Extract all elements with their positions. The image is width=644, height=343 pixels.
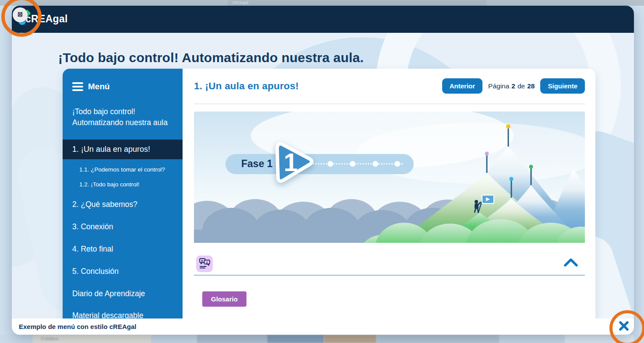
sidebar-item-3[interactable]: 3. Conexión: [63, 221, 183, 232]
background-page-top: cREAgal: [0, 0, 644, 6]
page-indicator: Página 2 de 28: [488, 82, 535, 90]
previous-button[interactable]: Anterior: [442, 78, 482, 94]
progress-dot: [350, 161, 355, 167]
background-blur-block: [267, 335, 324, 343]
page-title: ¡Todo bajo control! Automatizando nuestr…: [58, 50, 364, 65]
chevron-up-icon: [563, 263, 579, 270]
pagination: Anterior Página 2 de 28 Siguiente: [442, 78, 585, 94]
sidebar-item-material[interactable]: Material descargable: [63, 310, 183, 318]
close-button[interactable]: [616, 319, 631, 334]
expand-button[interactable]: [13, 7, 28, 22]
sidebar-item-1-2[interactable]: 1.2. ¡Todo bajo control!: [63, 181, 183, 188]
background-blur-block: [565, 335, 634, 343]
header-divider: [194, 104, 585, 104]
course-sidebar: Menú ¡Todo bajo control! Automatizando n…: [63, 69, 183, 318]
phase-play-badge[interactable]: 1: [269, 137, 318, 188]
lesson-content: 1. ¡Un aula en apuros! Anterior Página 2…: [183, 69, 595, 318]
background-blur-block: [377, 335, 499, 343]
sidebar-item-1-1[interactable]: 1.1. ¿Podemos tomar el control?: [63, 166, 183, 173]
sidebar-item-2[interactable]: 2. ¿Qué sabemos?: [63, 199, 183, 210]
menu-toggle[interactable]: Menú: [72, 82, 183, 91]
background-blur-block: [197, 335, 267, 343]
phase-banner: Fase 1: [225, 154, 414, 174]
progress-dot: [327, 161, 333, 167]
lesson-heading: 1. ¡Un aula en apuros!: [194, 80, 299, 92]
next-button[interactable]: Siguiente: [540, 78, 585, 94]
screenshot-stage: cREAgal Créditos cREAgal: [0, 0, 644, 343]
sidebar-item-portada[interactable]: ¡Todo bajo control! Automatizando nuestr…: [63, 106, 183, 128]
progress-dot: [373, 161, 378, 167]
lesson-illustration: Fase 1 1: [194, 112, 585, 243]
sidebar-nav: ¡Todo bajo control! Automatizando nuestr…: [63, 106, 183, 318]
expand-icon: [16, 10, 25, 20]
collapse-section-button[interactable]: [562, 257, 580, 268]
sidebar-item-1-selected[interactable]: 1. ¡Un aula en apuros!: [63, 140, 183, 160]
background-page-header: cREAgal: [228, 0, 487, 6]
glosario-button[interactable]: Glosario: [202, 291, 246, 307]
background-faint-credits: Créditos: [33, 335, 151, 343]
creagal-header-bar: cREAgal: [12, 6, 634, 33]
sidebar-item-diario[interactable]: Diario de Aprendizaje: [63, 288, 183, 299]
svg-text:a: a: [201, 259, 203, 262]
progress-dotline: [313, 163, 403, 164]
progress-dot: [394, 161, 400, 167]
mountains-graphic: [194, 112, 585, 243]
glossary-icon-button[interactable]: a z: [196, 256, 213, 272]
caption-text: Exemplo de menú con estilo cREAgal: [19, 323, 136, 330]
sidebar-item-4[interactable]: 4. Reto final: [63, 244, 183, 255]
glossary-divider: [194, 275, 585, 276]
lesson-page-body: ¡Todo bajo control! Automatizando nuestr…: [12, 33, 634, 318]
caption-bar: Exemplo de menú con estilo cREAgal: [12, 318, 634, 335]
svg-text:z: z: [206, 260, 208, 264]
menu-label: Menú: [88, 82, 110, 91]
hamburger-icon: [72, 82, 83, 91]
glossary-icon: a z: [199, 257, 211, 270]
close-icon: [618, 320, 630, 333]
background-page-bottom: Créditos: [0, 335, 644, 343]
example-lightbox: cREAgal ¡Todo bajo control! Automatizand…: [12, 6, 634, 335]
phase-label: Fase 1: [241, 158, 273, 170]
sidebar-item-5[interactable]: 5. Conclusión: [63, 266, 183, 277]
background-blur-block: [324, 335, 377, 343]
phase-number: 1: [284, 148, 298, 176]
course-card: Menú ¡Todo bajo control! Automatizando n…: [63, 69, 595, 318]
creagal-logo: cREAgal: [25, 13, 68, 25]
